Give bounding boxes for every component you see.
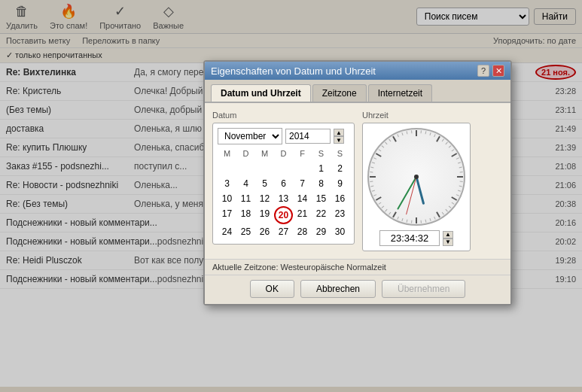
- clock-tick: [385, 142, 387, 145]
- calendar-day[interactable]: 18: [236, 206, 255, 224]
- calendar-day[interactable]: 23: [331, 206, 349, 224]
- datum-panel: November ▲ ▼ M D M D F S: [212, 123, 355, 245]
- cancel-button[interactable]: Abbrechen: [300, 280, 376, 298]
- clock-tick: [392, 211, 397, 217]
- help-button[interactable]: ?: [477, 65, 489, 77]
- calendar-day: [274, 161, 293, 176]
- clock-tick: [370, 181, 373, 182]
- day-header-mon: M: [218, 147, 236, 160]
- calendar-day: [236, 161, 255, 176]
- calendar-day[interactable]: 6: [274, 176, 293, 191]
- clock-tick: [449, 145, 452, 147]
- calendar-day[interactable]: 27: [274, 224, 293, 239]
- tab-zeitzone[interactable]: Zeitzone: [312, 84, 367, 102]
- clock-tick: [436, 136, 440, 142]
- calendar-day[interactable]: 12: [255, 191, 274, 206]
- calendar-day[interactable]: 28: [293, 224, 312, 239]
- clock-tick: [372, 190, 375, 191]
- calendar-day[interactable]: 25: [236, 224, 255, 239]
- close-button[interactable]: ✕: [492, 65, 504, 77]
- calendar-day[interactable]: 3: [218, 176, 236, 191]
- clock-tick: [376, 153, 382, 157]
- apply-button[interactable]: Übernehmen: [382, 280, 465, 298]
- clock-tick: [392, 136, 397, 142]
- time-down-button[interactable]: ▼: [443, 239, 453, 246]
- calendar-day[interactable]: 4: [236, 176, 255, 191]
- timezone-bar: Aktuelle Zeitzone: Westeuropäische Norma…: [205, 259, 510, 275]
- calendar-day[interactable]: 8: [312, 176, 331, 191]
- calendar: M D M D F S S 12345678910111213141516171…: [218, 147, 349, 239]
- clock-tick: [451, 153, 457, 157]
- calendar-day[interactable]: 21: [293, 206, 312, 224]
- clock-tick: [389, 212, 391, 215]
- time-up-button[interactable]: ▲: [443, 231, 453, 239]
- year-up-button[interactable]: ▲: [334, 129, 344, 136]
- clock-tick: [458, 162, 461, 163]
- time-spinners: ▲ ▼: [443, 231, 453, 246]
- calendar-day[interactable]: 26: [255, 224, 274, 239]
- calendar-day[interactable]: 22: [312, 206, 331, 224]
- clock-tick: [456, 194, 459, 196]
- clock-tick: [373, 194, 376, 196]
- calendar-day[interactable]: 11: [236, 191, 255, 206]
- month-select[interactable]: November: [218, 128, 282, 144]
- calendar-day[interactable]: 15: [312, 191, 331, 206]
- clock-tick: [397, 134, 399, 137]
- calendar-day[interactable]: 16: [331, 191, 349, 206]
- day-header-wed: M: [255, 147, 274, 160]
- calendar-day[interactable]: 17: [218, 206, 236, 224]
- clock-tick: [416, 217, 417, 223]
- clock-tick: [411, 220, 412, 223]
- time-input-row: ▲ ▼: [379, 230, 453, 246]
- year-down-button[interactable]: ▼: [334, 136, 344, 144]
- clock-tick: [421, 220, 422, 223]
- clock-tick: [372, 162, 375, 163]
- clock-tick: [370, 172, 373, 172]
- dialog-title-buttons: ? ✕: [477, 65, 504, 77]
- clock-tick: [460, 172, 463, 172]
- calendar-day[interactable]: 29: [312, 224, 331, 239]
- calendar-day[interactable]: 19: [255, 206, 274, 224]
- dialog-content: Datum November ▲ ▼ M D M: [205, 103, 510, 259]
- clock-tick: [429, 218, 431, 221]
- day-header-thu: D: [274, 147, 293, 160]
- clock-tick: [449, 205, 452, 208]
- calendar-day[interactable]: 24: [218, 224, 236, 239]
- calendar-day[interactable]: 5: [255, 176, 274, 191]
- time-input[interactable]: [379, 230, 440, 246]
- calendar-day[interactable]: 14: [293, 191, 312, 206]
- calendar-day[interactable]: 9: [331, 176, 349, 191]
- year-input[interactable]: [285, 129, 331, 144]
- clock-tick: [421, 130, 422, 133]
- clock-tick: [379, 202, 382, 205]
- calendar-day[interactable]: 30: [331, 224, 349, 239]
- clock-tick: [457, 176, 463, 178]
- uhrzeit-section: Uhrzeit ▲ ▼: [362, 111, 471, 251]
- year-spinners: ▲ ▼: [334, 129, 344, 144]
- calendar-day[interactable]: 1: [312, 161, 331, 176]
- clock-tick: [407, 131, 408, 134]
- dialog-title-bar: Eigenschaften von Datum und Uhrzeit ? ✕: [205, 62, 510, 80]
- clock-tick: [389, 139, 391, 142]
- ok-button[interactable]: OK: [250, 280, 294, 298]
- calendar-grid: 1234567891011121314151617181920212223242…: [218, 161, 349, 239]
- calendar-day[interactable]: 20: [274, 206, 293, 224]
- calendar-day[interactable]: 7: [293, 176, 312, 191]
- clock-tick: [379, 149, 382, 151]
- clock-tick: [452, 202, 455, 205]
- clock-panel: ▲ ▼: [362, 123, 471, 251]
- clock-tick: [434, 134, 436, 137]
- clock-tick: [370, 186, 373, 187]
- clock-tick: [442, 139, 444, 142]
- tab-internetzeit[interactable]: Internetzeit: [368, 84, 432, 102]
- calendar-day[interactable]: 10: [218, 191, 236, 206]
- datetime-dialog: Eigenschaften von Datum und Uhrzeit ? ✕ …: [203, 60, 512, 305]
- day-header-sat: S: [312, 147, 331, 160]
- calendar-day[interactable]: 13: [274, 191, 293, 206]
- uhrzeit-label: Uhrzeit: [362, 111, 471, 120]
- tab-datum-uhrzeit[interactable]: Datum und Uhrzeit: [211, 84, 311, 102]
- dialog-title-text: Eigenschaften von Datum und Uhrzeit: [211, 65, 376, 77]
- clock-tick: [425, 220, 427, 223]
- calendar-day[interactable]: 2: [331, 161, 349, 176]
- clock-tick: [436, 211, 440, 217]
